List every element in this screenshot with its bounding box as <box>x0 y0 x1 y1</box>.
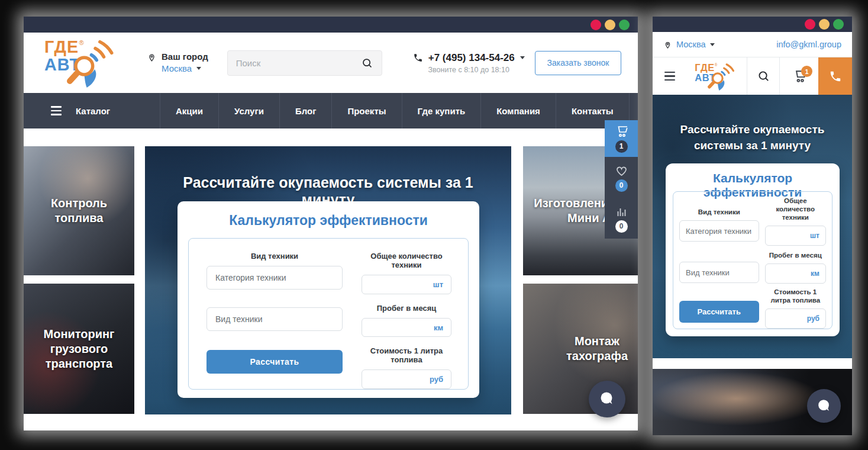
nav-item-projects[interactable]: Проекты <box>332 93 402 128</box>
mobile-hero-title: Рассчитайте окупаемость системы за 1 мин… <box>667 121 838 153</box>
mileage-field: км <box>765 263 826 284</box>
calculate-button[interactable]: Рассчитать <box>206 350 343 374</box>
desktop-browser-window: ГДЕ ® АВТ <box>24 17 638 430</box>
window-zoom-dot[interactable] <box>619 20 630 30</box>
nav-item-blog[interactable]: Блог <box>280 93 333 128</box>
chevron-down-icon <box>196 67 201 70</box>
chat-widget-button[interactable] <box>589 381 625 417</box>
window-minimize-dot[interactable] <box>819 19 830 30</box>
window-close-dot[interactable] <box>591 20 601 30</box>
favorites-widget[interactable]: 0 <box>605 157 638 198</box>
vehicle-type-label: Вид техники <box>206 252 343 261</box>
fuel-price-input[interactable] <box>772 314 807 323</box>
chevron-down-icon <box>520 56 525 59</box>
quantity-label: Общее количество техники <box>362 252 451 269</box>
search-icon[interactable] <box>361 57 373 69</box>
svg-text:ГДЕ: ГДЕ <box>44 38 79 56</box>
phone-icon <box>413 53 423 63</box>
svg-text:®: ® <box>79 39 83 46</box>
nav-label: Акции <box>176 106 203 116</box>
vehicle-select[interactable] <box>679 262 759 283</box>
fuel-price-label: Стоимость 1 литра топлива <box>362 346 451 364</box>
gdeavto-logo[interactable]: ГДЕ ® АВТ <box>38 38 127 88</box>
phone-dropdown[interactable]: +7 (495) 134-54-26 <box>413 52 525 64</box>
nav-label: Услуги <box>234 106 264 116</box>
mileage-field: км <box>362 318 451 338</box>
mileage-input[interactable] <box>370 323 434 332</box>
nav-item-promos[interactable]: Акции <box>160 93 219 128</box>
fuel-price-unit: руб <box>807 314 819 323</box>
mobile-cart-button[interactable]: 1 <box>780 57 818 95</box>
quantity-input[interactable] <box>370 280 433 289</box>
banner-label: Монтаж тахографа <box>553 334 638 364</box>
fuel-price-field: руб <box>765 308 826 329</box>
chevron-down-icon <box>710 43 715 46</box>
mobile-header: ГДЕ ® АВТ <box>653 57 852 95</box>
divider <box>653 358 852 369</box>
category-select[interactable] <box>679 220 759 242</box>
window-close-dot[interactable] <box>805 19 815 30</box>
city-selector[interactable]: Ваш город Москва <box>147 51 208 75</box>
vehicle-select[interactable] <box>206 307 343 331</box>
chat-widget-button[interactable] <box>807 389 841 423</box>
search-box <box>227 50 382 76</box>
city-value[interactable]: Москва <box>162 62 192 75</box>
mobile-call-button[interactable] <box>818 57 852 95</box>
vehicle-type-label: Вид техники <box>679 208 759 216</box>
desktop-content: Контроль топлива Мониторинг грузового тр… <box>24 128 638 430</box>
banner-fuel-control[interactable]: Контроль топлива <box>24 146 134 275</box>
category-select[interactable] <box>206 266 343 290</box>
callback-button[interactable]: Заказать звонок <box>535 51 621 75</box>
floating-side-widgets: 1 0 <box>605 120 638 239</box>
mobile-calculator-card: Калькулятор эффективности Вид техники Ра… <box>666 163 840 336</box>
quantity-label: Общее количество техники <box>765 197 826 221</box>
search-input[interactable] <box>236 58 361 68</box>
nav-item-catalog[interactable]: Каталог <box>24 93 160 128</box>
fuel-price-input[interactable] <box>370 375 430 384</box>
quantity-field: шт <box>765 226 826 246</box>
phone-block: +7 (495) 134-54-26 Звоните с 8:10 до 18:… <box>413 52 525 74</box>
cart-count-badge: 1 <box>801 66 812 77</box>
mileage-unit: км <box>434 323 443 332</box>
banner-label: Мониторинг грузового транспорта <box>32 327 126 371</box>
mobile-menu-button[interactable] <box>653 57 686 95</box>
nav-item-where-to-buy[interactable]: Где купить <box>402 93 482 128</box>
svg-text:®: ® <box>715 62 718 66</box>
bar-chart-icon <box>614 205 629 218</box>
cart-widget[interactable]: 1 <box>605 120 638 157</box>
compare-widget[interactable]: 0 <box>605 198 638 239</box>
calculator-title: Калькулятор эффективности <box>178 213 479 229</box>
email-link[interactable]: info@gkml.group <box>776 40 841 49</box>
mobile-city-selector[interactable]: Москва <box>663 39 715 50</box>
cart-icon <box>614 125 629 138</box>
mobile-hero-section: Рассчитайте окупаемость системы за 1 мин… <box>653 95 852 358</box>
calculate-button[interactable]: Рассчитать <box>679 301 759 323</box>
nav-label: Где купить <box>418 106 466 116</box>
window-minimize-dot[interactable] <box>605 20 615 30</box>
calculator-card: Калькулятор эффективности Вид техники Ра… <box>178 201 479 398</box>
banner-label: Контроль топлива <box>32 196 126 226</box>
mileage-input[interactable] <box>772 269 811 278</box>
quantity-field: шт <box>362 275 451 294</box>
quantity-input[interactable] <box>772 232 811 240</box>
hamburger-icon <box>51 106 62 115</box>
phone-number[interactable]: +7 (495) 134-54-26 <box>428 52 515 64</box>
mobile-city-value: Москва <box>676 40 706 49</box>
hero-section: Рассчитайте окупаемость системы за 1 мин… <box>145 146 511 414</box>
mobile-search-button[interactable] <box>747 57 780 95</box>
nav-item-company[interactable]: Компания <box>481 93 556 128</box>
mobile-browser-window: Москва info@gkml.group ГДЕ ® АВТ <box>653 17 852 435</box>
nav-item-services[interactable]: Услуги <box>219 93 280 128</box>
fuel-price-field: руб <box>362 369 451 389</box>
mobile-logo[interactable]: ГДЕ ® АВТ <box>686 57 747 95</box>
favorites-count-badge: 0 <box>615 179 628 192</box>
nav-label: Каталог <box>76 106 110 116</box>
chat-bubble-icon <box>598 390 616 408</box>
cart-count-badge: 1 <box>615 140 628 153</box>
mileage-label: Пробег в месяц <box>765 251 826 259</box>
mileage-label: Пробег в месяц <box>362 304 451 313</box>
search-icon <box>757 69 770 83</box>
banner-cargo-monitoring[interactable]: Мониторинг грузового транспорта <box>24 284 134 414</box>
window-zoom-dot[interactable] <box>833 19 844 30</box>
desktop-header: ГДЕ ® АВТ <box>24 33 638 93</box>
